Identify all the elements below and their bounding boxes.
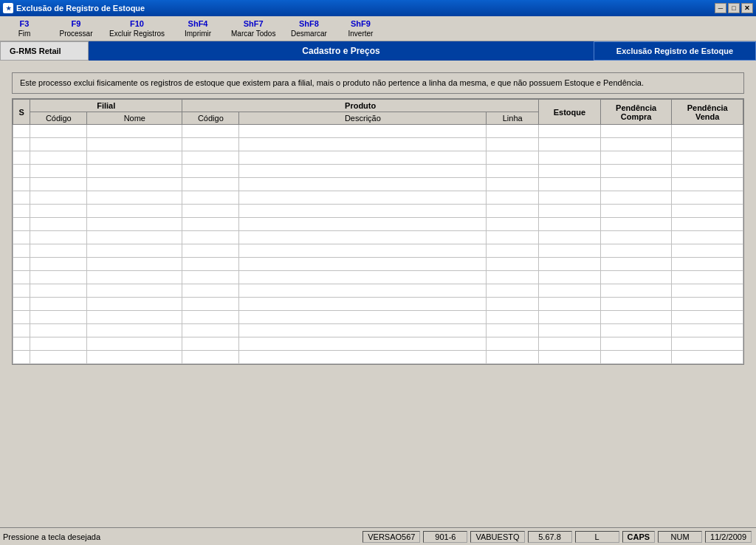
table-cell bbox=[672, 351, 743, 364]
table-cell bbox=[13, 244, 30, 258]
table-cell bbox=[539, 244, 601, 258]
minimize-button[interactable]: ─ bbox=[715, 3, 726, 13]
table-cell bbox=[182, 351, 239, 364]
table-row[interactable] bbox=[13, 324, 743, 337]
toolbar-label: Fim bbox=[18, 30, 31, 38]
table-cell bbox=[672, 337, 743, 351]
table-cell bbox=[182, 125, 239, 138]
table-cell bbox=[487, 178, 539, 191]
table-cell bbox=[30, 244, 87, 258]
table-row[interactable] bbox=[13, 284, 743, 298]
table-cell bbox=[539, 324, 601, 337]
table-row[interactable] bbox=[13, 218, 743, 231]
table-row[interactable] bbox=[13, 244, 743, 258]
table-cell bbox=[182, 165, 239, 178]
table-cell bbox=[487, 125, 539, 138]
toolbar-label: Desmarcar bbox=[291, 30, 327, 38]
table-row[interactable] bbox=[13, 125, 743, 138]
table-cell bbox=[13, 271, 30, 284]
table-cell bbox=[87, 151, 182, 165]
col-header-filial: Filial bbox=[30, 100, 182, 112]
table-cell bbox=[87, 191, 182, 205]
table-row[interactable] bbox=[13, 138, 743, 151]
toolbar-item-shf7[interactable]: ShF7Marcar Todos bbox=[231, 19, 275, 38]
toolbar-item-shf4[interactable]: ShF4Imprimir bbox=[179, 19, 216, 38]
table-row[interactable] bbox=[13, 298, 743, 311]
table-cell bbox=[600, 244, 672, 258]
toolbar-item-shf9[interactable]: ShF9Inverter bbox=[342, 19, 379, 38]
table-row[interactable] bbox=[13, 351, 743, 364]
table-cell bbox=[87, 311, 182, 324]
table-cell bbox=[182, 178, 239, 191]
table-cell bbox=[672, 298, 743, 311]
table-cell bbox=[30, 258, 87, 271]
table-cell bbox=[487, 231, 539, 244]
table-cell bbox=[239, 258, 487, 271]
toolbar-key: F3 bbox=[20, 19, 30, 28]
table-cell bbox=[13, 337, 30, 351]
toolbar-key: ShF4 bbox=[188, 19, 208, 28]
status-version: VERSAO567 bbox=[362, 531, 420, 543]
table-row[interactable] bbox=[13, 231, 743, 244]
table-cell bbox=[13, 205, 30, 218]
status-message: Pressione a tecla desejada bbox=[3, 532, 361, 541]
restore-button[interactable]: □ bbox=[728, 3, 740, 13]
close-button[interactable]: ✕ bbox=[741, 3, 753, 13]
table-cell bbox=[539, 125, 601, 138]
main-content: Este processo exclui fisicamente os regi… bbox=[0, 61, 756, 377]
table-cell bbox=[30, 271, 87, 284]
toolbar-item-shf8[interactable]: ShF8Desmarcar bbox=[290, 19, 327, 38]
table-row[interactable] bbox=[13, 165, 743, 178]
table-cell bbox=[600, 284, 672, 298]
table-cell bbox=[600, 151, 672, 165]
title-bar-left: ★ Exclusão de Registro de Estoque bbox=[3, 3, 145, 13]
table-cell bbox=[13, 178, 30, 191]
title-bar-buttons: ─ □ ✕ bbox=[715, 3, 753, 13]
table-cell bbox=[182, 337, 239, 351]
table-cell bbox=[239, 205, 487, 218]
table-cell bbox=[600, 125, 672, 138]
table-row[interactable] bbox=[13, 191, 743, 205]
table-cell bbox=[13, 138, 30, 151]
table-row[interactable] bbox=[13, 178, 743, 191]
status-version2: 5.67.8 bbox=[528, 531, 572, 543]
num-indicator: NUM bbox=[658, 531, 702, 543]
table-cell bbox=[672, 231, 743, 244]
table-cell bbox=[13, 231, 30, 244]
table-cell bbox=[30, 324, 87, 337]
toolbar-label: Processar bbox=[59, 30, 92, 38]
table-row[interactable] bbox=[13, 205, 743, 218]
nav-grms-button[interactable]: G-RMS Retail bbox=[0, 41, 89, 61]
table-cell bbox=[239, 125, 487, 138]
table-cell bbox=[600, 351, 672, 364]
toolbar-label: Marcar Todos bbox=[231, 30, 275, 38]
table-cell bbox=[182, 218, 239, 231]
table-cell bbox=[13, 258, 30, 271]
table-cell bbox=[182, 298, 239, 311]
table-cell bbox=[13, 218, 30, 231]
table-cell bbox=[30, 284, 87, 298]
toolbar-key: F9 bbox=[72, 19, 81, 28]
table-cell bbox=[182, 258, 239, 271]
toolbar-item-f3[interactable]: F3Fim bbox=[6, 19, 43, 38]
table-row[interactable] bbox=[13, 311, 743, 324]
table-row[interactable] bbox=[13, 337, 743, 351]
table-cell bbox=[239, 138, 487, 151]
table-row[interactable] bbox=[13, 258, 743, 271]
table-cell bbox=[672, 165, 743, 178]
table-cell bbox=[182, 244, 239, 258]
table-cell bbox=[239, 337, 487, 351]
table-cell bbox=[539, 165, 601, 178]
toolbar-item-f10[interactable]: F10Excluir Registros bbox=[109, 19, 165, 38]
col-header-filial-nome: Nome bbox=[87, 112, 182, 125]
table-cell bbox=[600, 337, 672, 351]
info-box: Este processo exclui fisicamente os regi… bbox=[12, 72, 744, 94]
table-cell bbox=[182, 151, 239, 165]
table-cell bbox=[87, 284, 182, 298]
table-row[interactable] bbox=[13, 151, 743, 165]
table-cell bbox=[87, 298, 182, 311]
table-cell bbox=[487, 151, 539, 165]
table-row[interactable] bbox=[13, 271, 743, 284]
toolbar-item-f9[interactable]: F9Processar bbox=[58, 19, 94, 38]
table-cell bbox=[87, 205, 182, 218]
